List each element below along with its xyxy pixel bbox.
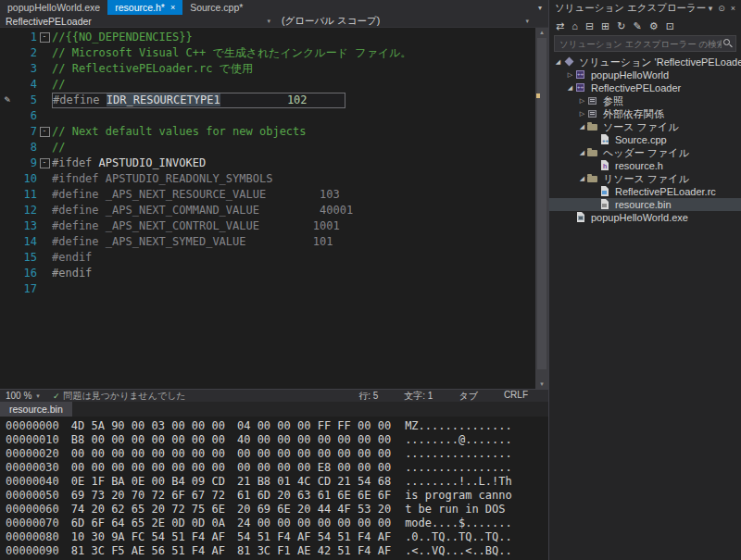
properties-icon[interactable]: ⚙ <box>649 20 659 31</box>
eol-indicator[interactable]: CRLF <box>504 390 528 403</box>
line-number[interactable]: 12 <box>15 203 37 218</box>
hex-row[interactable]: 000000706D 6F 64 65 2E 0D 0D 0A24 00 00 … <box>6 516 548 530</box>
line-indicator[interactable]: 行: 5 <box>358 390 378 403</box>
line-number[interactable]: 9 <box>15 156 37 171</box>
hex-row[interactable]: 0000006074 20 62 65 20 72 75 6E20 69 6E … <box>6 503 548 516</box>
tree-expander-icon[interactable]: ▷ <box>565 71 575 79</box>
code-text[interactable]: // <box>52 140 535 156</box>
tree-item[interactable]: ReflectivePELoader.rc <box>549 185 741 198</box>
hex-row[interactable]: 0000002000 00 00 00 00 00 00 0000 00 00 … <box>6 447 548 461</box>
scrollbar-thumb[interactable] <box>537 38 546 369</box>
zoom-level-select[interactable]: 100 % ▾ <box>6 391 40 401</box>
line-number[interactable]: 15 <box>15 250 37 266</box>
tree-item[interactable]: ▷popupHelloWorld <box>549 68 741 81</box>
line-number[interactable]: 13 <box>15 218 37 234</box>
view-code-icon[interactable]: ✎ <box>634 20 642 31</box>
document-list-chevron-icon[interactable]: ▾ <box>532 0 548 15</box>
scrollbar-up-arrow-icon[interactable]: ▴ <box>535 28 548 37</box>
editor-vertical-scrollbar[interactable]: ▴ ▾ <box>535 28 548 389</box>
code-text[interactable]: #ifndef APSTUDIO_READONLY_SYMBOLS <box>52 171 535 187</box>
code-text[interactable]: #define _APS_NEXT_CONTROL_VALUE 1001 <box>52 218 535 234</box>
tree-item[interactable]: ◢リソース ファイル <box>549 172 741 185</box>
code-line[interactable]: 13#define _APS_NEXT_CONTROL_VALUE 1001 <box>0 218 535 234</box>
project-scope-dropdown[interactable]: ReflectivePELoader ▾ <box>0 15 276 27</box>
code-line[interactable]: 3// ReflectivePELoader.rc で使用 <box>0 61 535 77</box>
line-number[interactable]: 10 <box>15 171 37 187</box>
line-number[interactable]: 14 <box>15 234 37 250</box>
hex-row[interactable]: 00000010B8 00 00 00 00 00 00 0040 00 00 … <box>6 433 548 447</box>
line-number[interactable]: 2 <box>15 45 37 61</box>
line-number[interactable]: 17 <box>15 281 37 297</box>
hex-row[interactable]: 0000003000 00 00 00 00 00 00 0000 00 00 … <box>6 461 548 475</box>
code-line[interactable]: 2// Microsoft Visual C++ で生成されたインクルード ファ… <box>0 45 535 61</box>
code-line[interactable]: 16#endif <box>0 266 535 281</box>
tab-source-cpp[interactable]: Source.cpp* <box>182 0 250 15</box>
line-number[interactable]: 7 <box>15 124 37 140</box>
tab-resource-bin[interactable]: resource.bin <box>0 402 72 417</box>
code-line[interactable]: 12#define _APS_NEXT_COMMAND_VALUE 40001 <box>0 203 535 218</box>
code-line[interactable]: 9-#ifdef APSTUDIO_INVOKED <box>0 156 535 171</box>
code-line[interactable]: 8// <box>0 140 535 156</box>
tree-item[interactable]: ▷外部依存関係 <box>549 107 741 120</box>
tree-expander-icon[interactable]: ◢ <box>565 84 575 92</box>
tree-expander-icon[interactable]: ◢ <box>577 123 587 131</box>
code-text[interactable]: // Microsoft Visual C++ で生成されたインクルード ファイ… <box>52 45 535 61</box>
tree-item[interactable]: ◢ソース ファイル <box>549 120 741 133</box>
close-icon[interactable]: × <box>731 4 735 13</box>
tree-item[interactable]: popupHelloWorld.exe <box>549 211 741 224</box>
preview-selected-items-icon[interactable]: ⊡ <box>666 20 674 31</box>
fold-collapse-icon[interactable]: - <box>40 32 50 43</box>
global-scope-dropdown[interactable]: (グローバル スコープ) ▾ <box>276 15 534 27</box>
tree-expander-icon[interactable]: ▷ <box>577 110 587 118</box>
sync-with-active-document-icon[interactable]: ⇄ <box>556 20 564 31</box>
pin-icon[interactable]: ⊙ <box>718 4 725 13</box>
code-line[interactable]: 10#ifndef APSTUDIO_READONLY_SYMBOLS <box>0 171 535 187</box>
line-number[interactable]: 6 <box>15 108 37 124</box>
tree-item[interactable]: ▷参照 <box>549 94 741 107</box>
code-line[interactable]: 1-//{{NO_DEPENDENCIES}} <box>0 30 535 45</box>
hex-editor[interactable]: 000000004D 5A 90 00 03 00 00 0004 00 00 … <box>0 417 548 560</box>
line-number[interactable]: 4 <box>15 77 37 93</box>
code-line[interactable]: ✎5#define IDR_RESOURCETYPE1 102 <box>0 93 535 108</box>
tree-item[interactable]: resource.bin <box>549 198 741 211</box>
tab-resource-h[interactable]: resource.h* × <box>107 0 182 15</box>
tree-expander-icon[interactable]: ◢ <box>577 175 587 182</box>
line-number[interactable]: 3 <box>15 61 37 77</box>
code-text[interactable]: #define _APS_NEXT_SYMED_VALUE 101 <box>52 234 535 250</box>
code-text[interactable]: // ReflectivePELoader.rc で使用 <box>52 61 535 77</box>
tree-item[interactable]: ◢ソリューション 'ReflectivePELoader' (2/2 プロジェク… <box>549 56 741 68</box>
document-health-indicator[interactable]: ✓ 問題は見つかりませんでした <box>53 390 186 403</box>
line-number[interactable]: 8 <box>15 140 37 156</box>
tree-item[interactable]: ◢ヘッダー ファイル <box>549 146 741 159</box>
code-line[interactable]: 11#define _APS_NEXT_RESOURCE_VALUE 103 <box>0 187 535 203</box>
code-line[interactable]: 17 <box>0 281 535 297</box>
tree-item[interactable]: ◢ReflectivePELoader <box>549 81 741 94</box>
tab-mode-indicator[interactable]: タブ <box>458 390 477 403</box>
tree-expander-icon[interactable]: ◢ <box>553 58 563 66</box>
show-all-files-icon[interactable]: ⊞ <box>601 20 609 31</box>
fold-collapse-icon[interactable]: - <box>40 127 50 137</box>
code-text[interactable]: //{{NO_DEPENDENCIES}} <box>52 30 535 45</box>
hex-row[interactable]: 0000008010 30 9A FC 54 51 F4 AF54 51 F4 … <box>6 530 548 544</box>
column-indicator[interactable]: 文字: 1 <box>404 390 433 403</box>
window-menu-chevron-icon[interactable]: ▾ <box>709 4 713 13</box>
collapse-all-icon[interactable]: ⊟ <box>585 20 594 31</box>
hex-row[interactable]: 000000004D 5A 90 00 03 00 00 0004 00 00 … <box>6 419 548 433</box>
line-number[interactable]: 1 <box>15 30 37 45</box>
code-text[interactable]: #endif <box>52 250 535 266</box>
line-number[interactable]: 16 <box>15 266 37 281</box>
code-text[interactable]: #define _APS_NEXT_COMMAND_VALUE 40001 <box>52 203 535 218</box>
code-text[interactable]: #endif <box>52 266 535 281</box>
scrollbar-down-arrow-icon[interactable]: ▾ <box>535 380 548 389</box>
tree-expander-icon[interactable]: ▷ <box>577 97 587 105</box>
code-editor[interactable]: 1-//{{NO_DEPENDENCIES}}2// Microsoft Vis… <box>0 28 548 389</box>
home-icon[interactable]: ⌂ <box>571 20 578 31</box>
hex-row[interactable]: 0000009081 3C F5 AE 56 51 F4 AF81 3C F1 … <box>6 544 548 558</box>
line-number[interactable]: 11 <box>15 187 37 203</box>
code-line[interactable]: 14#define _APS_NEXT_SYMED_VALUE 101 <box>0 234 535 250</box>
tree-item[interactable]: Source.cpp <box>549 133 741 146</box>
hex-row[interactable]: 0000005069 73 20 70 72 6F 67 7261 6D 20 … <box>6 489 548 503</box>
code-text[interactable]: #define _APS_NEXT_RESOURCE_VALUE 103 <box>52 187 535 203</box>
code-line[interactable]: 6 <box>0 108 535 124</box>
code-line[interactable]: 15#endif <box>0 250 535 266</box>
